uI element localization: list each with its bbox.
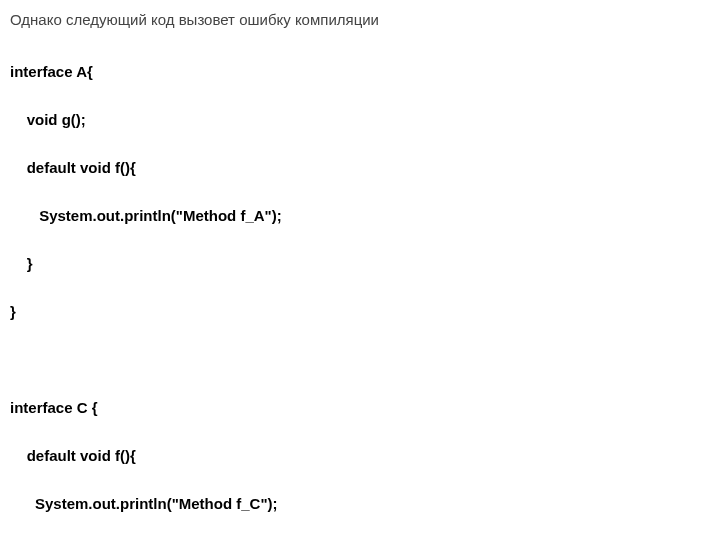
code-line: System.out.println("Method f_C"); [10,492,710,516]
blank-line [10,348,710,372]
code-block: interface A{ void g(); default void f(){… [10,36,710,540]
code-line: void g(); [10,108,710,132]
code-line: interface C { [10,396,710,420]
document-page: Однако следующий код вызовет ошибку комп… [0,0,720,540]
intro-text: Однако следующий код вызовет ошибку комп… [10,8,710,32]
code-line: interface A{ [10,60,710,84]
code-line: default void f(){ [10,156,710,180]
code-line: } [10,252,710,276]
code-line: } [10,300,710,324]
code-line: default void f(){ [10,444,710,468]
code-line: System.out.println("Method f_A"); [10,204,710,228]
